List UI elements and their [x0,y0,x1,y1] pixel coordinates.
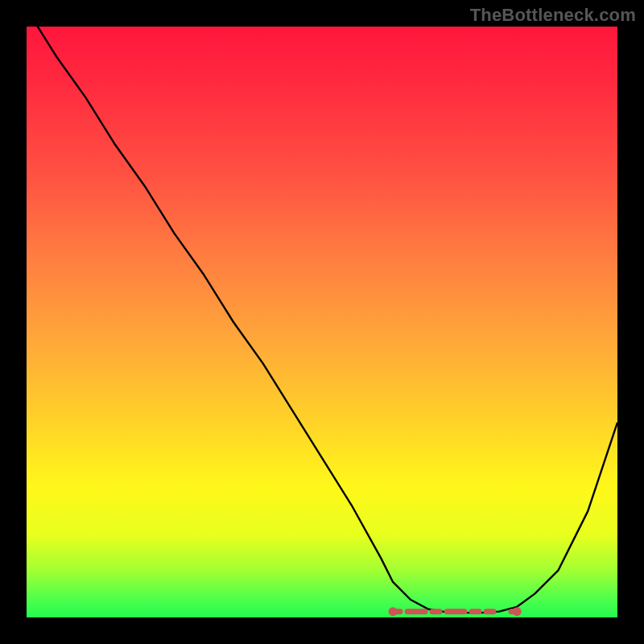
optimal-range-marker [27,27,617,617]
plot-area [27,27,617,617]
svg-point-2 [513,607,522,616]
chart-frame: TheBottleneck.com [0,0,644,644]
watermark-text: TheBottleneck.com [470,5,636,26]
svg-point-1 [389,607,398,616]
